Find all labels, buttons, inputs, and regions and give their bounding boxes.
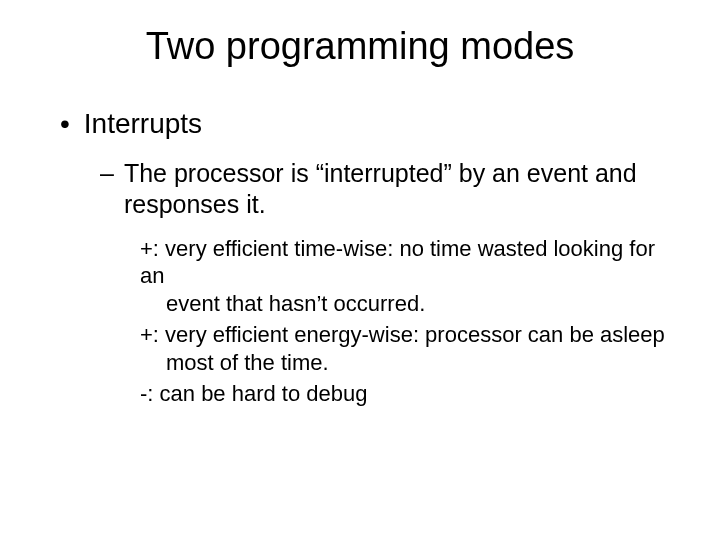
bullet-level1: • Interrupts	[60, 108, 680, 140]
bullet-text-line: -: can be hard to debug	[140, 381, 368, 406]
bullet-text-line: +: very efficient energy-wise: processor…	[140, 322, 665, 347]
bullet-text-line: The processor is “interrupted” by an eve…	[124, 159, 637, 187]
bullet-level3: -: can be hard to debug	[140, 380, 680, 408]
bullet-text-wrap: The processor is “interrupted” by an eve…	[124, 158, 637, 221]
bullet-marker-disc: •	[60, 108, 70, 140]
bullet-text-line: +: very efficient time-wise: no time was…	[140, 236, 655, 289]
bullet-text: Interrupts	[84, 108, 202, 140]
bullet-text-line: responses it.	[124, 190, 266, 218]
bullet-level3: +: very efficient energy-wise: processor…	[140, 321, 680, 376]
bullet-level3: +: very efficient time-wise: no time was…	[140, 235, 680, 318]
bullet-text-line: most of the time.	[166, 349, 680, 377]
bullet-marker-dash: –	[100, 158, 114, 221]
bullet-level2: – The processor is “interrupted” by an e…	[100, 158, 680, 221]
slide-title: Two programming modes	[40, 25, 680, 68]
bullet-text-line: event that hasn’t occurred.	[166, 290, 680, 318]
slide-container: Two programming modes • Interrupts – The…	[0, 0, 720, 540]
